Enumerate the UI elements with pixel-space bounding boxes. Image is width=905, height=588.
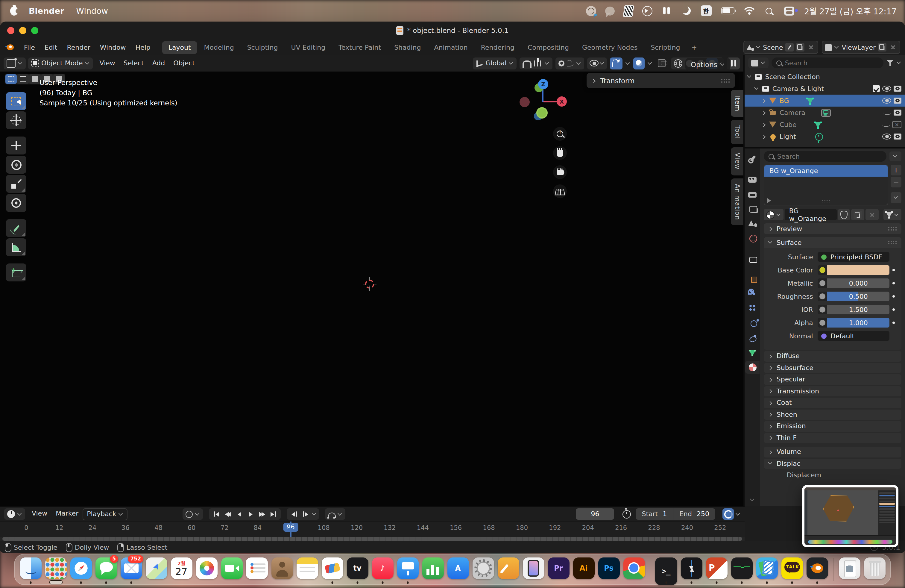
drag-handle-icon[interactable] — [721, 78, 730, 83]
panel-preview[interactable]: Preview — [764, 223, 902, 234]
overlays-toggle[interactable] — [634, 57, 645, 69]
remove-slot-button[interactable] — [891, 176, 902, 188]
current-frame-indicator[interactable]: 96 — [283, 523, 298, 532]
spotlight-icon[interactable] — [764, 5, 774, 16]
proportional-editing-toggle[interactable] — [556, 57, 584, 69]
visibility-dropdown[interactable] — [587, 57, 607, 69]
tab-compositing[interactable]: Compositing — [522, 41, 575, 54]
chevron-down-icon[interactable] — [648, 61, 653, 65]
properties-tab-modifiers[interactable] — [746, 286, 760, 299]
outliner-row-camera[interactable]: Camera — [745, 106, 905, 119]
tab-rendering[interactable]: Rendering — [475, 41, 521, 54]
viewport-3d[interactable]: Object Mode ViewSelectAddObject Global — [0, 55, 745, 506]
transform-orientation-dropdown[interactable]: Global — [473, 57, 517, 69]
orthographic-button[interactable] — [553, 184, 567, 198]
tab-modeling[interactable]: Modeling — [198, 41, 240, 54]
sidebar-tab-animation[interactable]: Animation — [731, 178, 744, 225]
dock-item-calendar[interactable]: 2월27 — [170, 555, 192, 583]
tab-shading[interactable]: Shading — [388, 41, 427, 54]
tool-cursor[interactable] — [6, 111, 26, 129]
sidebar-tab-view[interactable]: View — [731, 148, 744, 175]
expander-icon[interactable] — [768, 198, 771, 203]
add-workspace-button[interactable]: + — [687, 41, 701, 54]
jump-to-start-button[interactable] — [211, 509, 221, 519]
outliner-row-bg[interactable]: BG — [745, 95, 905, 106]
tool-measure[interactable] — [6, 238, 26, 256]
stopwatch-icon[interactable] — [622, 510, 631, 518]
tool-annotate[interactable] — [6, 219, 26, 237]
gizmo-x-axis[interactable]: X — [557, 96, 567, 106]
drag-handle-icon[interactable] — [888, 240, 897, 245]
apple-menu-icon[interactable] — [10, 6, 18, 15]
previous-frame-button[interactable] — [289, 509, 299, 519]
chevron-down-icon[interactable] — [747, 74, 752, 79]
properties-tab-physics[interactable] — [746, 316, 760, 329]
outliner-row-camera-light[interactable]: Camera & Light — [745, 83, 905, 95]
dock-item-facetime[interactable] — [221, 555, 243, 583]
timeline-ruler[interactable]: 0122436486072841081201321441561681801922… — [0, 521, 745, 537]
panel-volume[interactable]: Volume — [764, 447, 902, 457]
chat-icon[interactable] — [605, 6, 614, 15]
value-slider[interactable]: 0.000 — [827, 278, 889, 288]
dock-item-notes[interactable] — [296, 555, 318, 583]
panel-subsurface[interactable]: Subsurface — [764, 362, 902, 373]
options-button[interactable]: Options — [685, 58, 730, 71]
panel-transmission[interactable]: Transmission — [764, 386, 902, 396]
keyframe-dot-icon[interactable] — [889, 321, 898, 324]
properties-tab-constraints[interactable] — [746, 331, 760, 344]
play-reverse-button[interactable] — [234, 509, 244, 519]
mode-dropdown[interactable]: Object Mode — [28, 57, 93, 69]
add-slot-button[interactable] — [891, 165, 902, 175]
viewlayer-selector[interactable]: ViewLayer — [822, 41, 900, 54]
drag-handle-icon[interactable] — [822, 199, 830, 203]
tab-scripting[interactable]: Scripting — [645, 41, 686, 54]
current-frame-field[interactable]: 96 — [576, 509, 614, 520]
korean-input[interactable]: 한 — [700, 5, 711, 16]
auto-keying-toggle[interactable] — [183, 509, 203, 520]
drag-handle-icon[interactable] — [888, 226, 897, 231]
playback-sync-button[interactable] — [325, 509, 345, 520]
menu-file[interactable]: File — [19, 41, 40, 53]
dock-item-keynote[interactable] — [397, 555, 419, 583]
dock-item-photos[interactable] — [195, 555, 218, 583]
tool-transform[interactable] — [6, 194, 26, 212]
checkbox-icon[interactable] — [873, 85, 880, 92]
dock-item-messages[interactable]: 5 — [95, 555, 117, 583]
end-frame-field[interactable]: End 250 — [673, 509, 715, 520]
properties-tab-view-layer[interactable] — [746, 202, 760, 215]
outliner-search-input[interactable]: Search — [772, 57, 883, 68]
sidebar-tab-tool[interactable]: Tool — [731, 120, 744, 145]
timeline-menu-playback[interactable]: Playback — [83, 508, 127, 520]
dock-item-activity-monitor[interactable] — [730, 555, 753, 583]
next-keyframe-button[interactable] — [257, 509, 267, 519]
properties-tab-render[interactable] — [746, 172, 760, 184]
camera-view-button[interactable] — [553, 165, 567, 179]
menu-object[interactable]: Object — [169, 57, 199, 69]
material-browse-button[interactable] — [764, 209, 784, 220]
chevron-right-icon[interactable] — [762, 122, 767, 127]
chevron-right-icon[interactable] — [762, 110, 767, 115]
dock-item-contacts[interactable] — [271, 555, 293, 583]
new-material-button[interactable] — [851, 209, 864, 220]
timeline-menu-view[interactable]: View — [27, 508, 51, 520]
dock-item-kakaotalk[interactable]: TALK — [781, 555, 803, 583]
eye-icon[interactable] — [882, 133, 891, 140]
render-disabled-icon[interactable]: ✕ — [892, 121, 902, 128]
outliner-row-light[interactable]: Light — [745, 130, 905, 143]
menu-add[interactable]: Add — [148, 57, 169, 69]
tool-add-cube[interactable] — [6, 264, 26, 281]
gizmos-toggle[interactable] — [610, 57, 623, 69]
panel-sheen[interactable]: Sheen — [764, 409, 902, 420]
next-frame-button[interactable] — [300, 509, 311, 519]
eye-icon[interactable] — [882, 98, 891, 103]
gizmo-y-negative-axis[interactable] — [536, 107, 548, 119]
value-slider[interactable]: 1.000 — [827, 318, 889, 327]
eye-icon[interactable] — [882, 86, 891, 92]
render-visibility-icon[interactable] — [894, 110, 902, 116]
dock-item-safari[interactable] — [70, 555, 92, 583]
dock-item-pages[interactable] — [497, 555, 519, 583]
keying-popover-button[interactable] — [722, 509, 740, 520]
dock-item-music[interactable]: ♪ — [372, 555, 394, 583]
menu-render[interactable]: Render — [62, 41, 95, 53]
xray-toggle[interactable] — [656, 57, 668, 69]
